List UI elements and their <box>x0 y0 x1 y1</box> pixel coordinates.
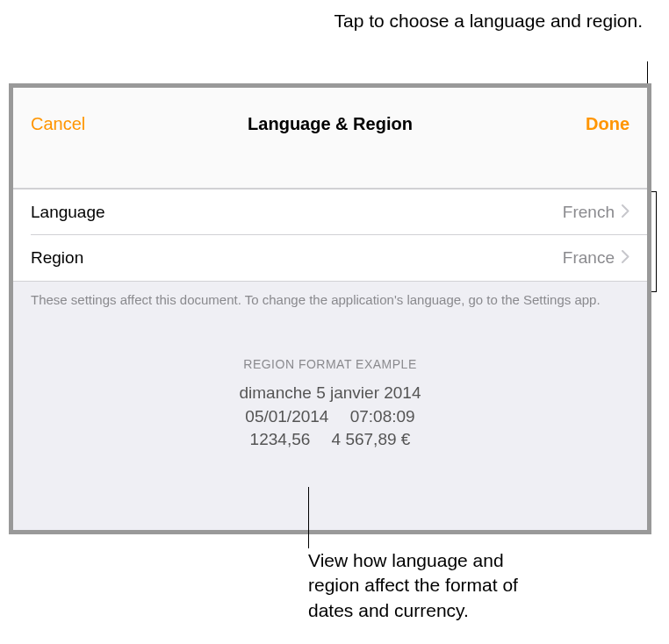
chevron-right-icon <box>622 249 629 268</box>
example-numbers: 1234,56 4 567,89 € <box>13 428 647 452</box>
callout-top-text: Tap to choose a language and region. <box>334 9 643 33</box>
settings-footer-text: These settings affect this document. To … <box>13 282 647 318</box>
modal-frame: Cancel Language & Region Done Language F… <box>9 83 651 534</box>
region-label: Region <box>31 248 83 268</box>
cancel-button[interactable]: Cancel <box>31 114 85 134</box>
modal-title: Language & Region <box>248 114 413 134</box>
example-short-date-time: 05/01/2014 07:08:09 <box>13 405 647 429</box>
example-long-date: dimanche 5 janvier 2014 <box>13 382 647 405</box>
region-format-example: REGION FORMAT EXAMPLE dimanche 5 janvier… <box>13 357 647 452</box>
region-value: France <box>563 248 615 268</box>
modal-content: Cancel Language & Region Done Language F… <box>13 88 647 530</box>
callout-line <box>308 487 309 548</box>
example-header: REGION FORMAT EXAMPLE <box>13 357 647 371</box>
modal-header: Cancel Language & Region Done <box>13 88 647 189</box>
done-button[interactable]: Done <box>586 114 629 134</box>
language-row[interactable]: Language French <box>13 190 647 235</box>
callout-bottom-text: View how language and region affect the … <box>308 548 554 623</box>
chevron-right-icon <box>622 204 629 222</box>
region-row[interactable]: Region France <box>13 235 647 281</box>
settings-list: Language French Region France <box>13 189 647 282</box>
language-label: Language <box>31 203 105 222</box>
language-value: French <box>563 203 615 222</box>
